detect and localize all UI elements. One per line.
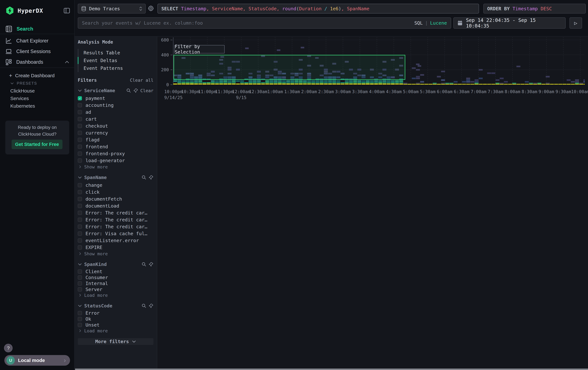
mode-lucene[interactable]: Lucene [430, 20, 447, 26]
filter-option[interactable]: currency [78, 129, 153, 136]
checkbox[interactable] [78, 211, 82, 215]
chevron-down-icon[interactable] [78, 263, 82, 266]
load-more-button[interactable]: Load more [78, 292, 153, 298]
checkbox[interactable] [78, 270, 82, 274]
filter-option[interactable]: ✓payment [78, 95, 153, 102]
clear-filter-button[interactable]: Clear [140, 88, 153, 93]
pin-icon[interactable] [133, 88, 138, 93]
analysis-option-event-deltas[interactable]: Event Deltas [78, 57, 153, 64]
checkbox[interactable] [78, 145, 82, 149]
filter-option[interactable]: Internal [78, 280, 153, 286]
help-button[interactable]: ? [4, 344, 12, 352]
filter-option[interactable]: accounting [78, 102, 153, 109]
sidebar-item-chart-explorer[interactable]: Chart Explorer [0, 36, 74, 46]
more-filters-button[interactable]: More filters [78, 338, 153, 345]
filter-option[interactable]: Error: The credit card (… [78, 223, 153, 230]
checkbox[interactable] [78, 281, 82, 286]
filter-option[interactable]: checkout [78, 122, 153, 129]
load-more-button[interactable]: Load more [78, 328, 153, 334]
checkbox-checked[interactable]: ✓ [78, 96, 82, 100]
chevron-down-icon[interactable] [78, 89, 82, 92]
date-range-picker[interactable]: Sep 14 22:04:35 - Sep 15 10:04:35 [453, 17, 566, 29]
checkbox[interactable] [78, 323, 82, 327]
checkbox[interactable] [78, 183, 82, 187]
search-icon[interactable] [142, 303, 146, 308]
checkbox[interactable] [78, 218, 82, 222]
filter-section-title[interactable]: SpanKind [84, 261, 107, 267]
filter-option[interactable]: Error: The credit card (… [78, 216, 153, 223]
checkbox[interactable] [78, 190, 82, 194]
checkbox[interactable] [78, 151, 82, 156]
source-select[interactable]: Demo Traces [78, 4, 146, 13]
filter-option[interactable]: Ok [78, 316, 153, 322]
filter-option[interactable]: change [78, 182, 153, 189]
preset-dashboard-kubernetes[interactable]: Kubernetes [10, 103, 35, 109]
checkbox[interactable] [78, 138, 82, 142]
show-more-button[interactable]: Show more [78, 164, 153, 170]
filter-option[interactable]: documentLoad [78, 202, 153, 209]
analysis-option-results-table[interactable]: Results Table [78, 49, 153, 57]
duration-heatmap-chart[interactable]: 6004002000 Filter by Selection 10:00pm10… [158, 37, 588, 369]
filter-option[interactable]: Error [78, 310, 153, 316]
search-input[interactable]: Search your events w/ Lucene ex. column:… [78, 17, 451, 29]
checkbox[interactable] [78, 204, 82, 208]
checkbox[interactable] [78, 124, 82, 128]
pin-icon[interactable] [149, 303, 153, 308]
checkbox[interactable] [78, 117, 82, 121]
filter-option[interactable]: flagd [78, 136, 153, 143]
filter-option[interactable]: Unset [78, 322, 153, 328]
checkbox[interactable] [78, 287, 82, 291]
analysis-option-event-patterns[interactable]: Event Patterns [78, 64, 153, 72]
filter-option[interactable]: Error: The credit card (… [78, 209, 153, 216]
filter-option[interactable]: EXPIRE [78, 244, 153, 251]
filter-option[interactable]: Server [78, 286, 153, 292]
chart-selection[interactable] [174, 55, 405, 80]
filter-option[interactable]: frontend [78, 143, 153, 150]
sidebar-item-dashboards[interactable]: Dashboards [0, 57, 74, 67]
filter-option[interactable]: Client [78, 269, 153, 274]
checkbox[interactable] [78, 159, 82, 163]
filter-option[interactable]: documentFetch [78, 195, 153, 202]
horizontal-scrollbar[interactable] [75, 369, 588, 370]
chevron-down-icon[interactable] [78, 305, 82, 307]
filter-section-title[interactable]: ServiceName [84, 88, 115, 93]
clear-all-button[interactable]: Clear all [130, 78, 153, 83]
source-settings-button[interactable] [147, 4, 155, 12]
checkbox[interactable] [78, 131, 82, 135]
filter-option[interactable]: Error: Visa cache full: … [78, 230, 153, 237]
filter-option[interactable]: frontend-proxy [78, 150, 153, 157]
presets-toggle[interactable]: PRESETS [10, 81, 37, 86]
get-started-button[interactable]: Get Started for Free [11, 140, 63, 149]
search-icon[interactable] [126, 88, 131, 93]
sidebar-collapse-icon[interactable] [63, 8, 70, 13]
filter-option[interactable]: load-generator [78, 157, 153, 164]
sidebar-item-client-sessions[interactable]: Client Sessions [0, 46, 74, 57]
checkbox[interactable] [78, 225, 82, 229]
chevron-up-icon[interactable] [64, 61, 69, 64]
search-icon[interactable] [142, 262, 146, 267]
show-more-button[interactable]: Show more [78, 251, 153, 257]
sql-select-input[interactable]: SELECT Timestamp, ServiceName, StatusCod… [158, 4, 479, 13]
sidebar-item-search[interactable]: Search [0, 24, 74, 34]
preset-dashboard-clickhouse[interactable]: ClickHouse [10, 88, 35, 94]
checkbox[interactable] [78, 275, 82, 280]
checkbox[interactable] [78, 238, 82, 243]
user-menu[interactable]: U Local mode › [4, 355, 70, 366]
filter-option[interactable]: ad [78, 109, 153, 116]
search-icon[interactable] [142, 175, 146, 180]
pin-icon[interactable] [149, 262, 153, 267]
pin-icon[interactable] [149, 175, 153, 180]
filter-section-title[interactable]: StatusCode [84, 303, 112, 309]
chevron-down-icon[interactable] [78, 176, 82, 179]
order-by-input[interactable]: ORDER BY Timestamp DESC [483, 4, 586, 13]
checkbox[interactable] [78, 317, 82, 321]
filter-option[interactable]: cart [78, 116, 153, 122]
filter-option[interactable]: click [78, 189, 153, 195]
preset-dashboard-services[interactable]: Services [10, 96, 29, 101]
filter-option[interactable]: Consumer [78, 274, 153, 280]
filter-option[interactable]: eventListener.error [78, 237, 153, 244]
checkbox[interactable] [78, 245, 82, 250]
filter-section-title[interactable]: SpanName [84, 175, 107, 180]
checkbox[interactable] [78, 197, 82, 201]
checkbox[interactable] [78, 110, 82, 114]
